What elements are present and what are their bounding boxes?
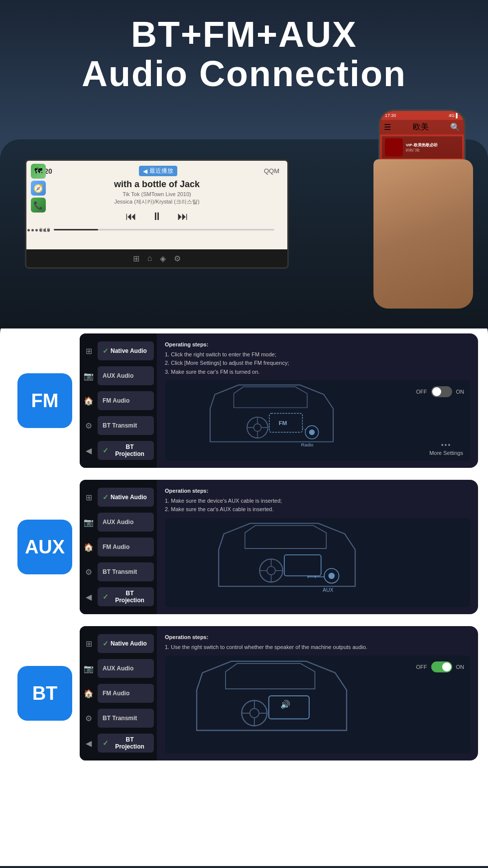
fm-card: FM ⊞ ✓ Native Audio 📷 AUX Audio	[10, 333, 478, 468]
aux-sidebar-icon-5: ◀	[80, 584, 98, 609]
app-dots	[27, 229, 50, 231]
aux-panel: ⊞ ✓ Native Audio 📷 AUX Audio 🏠 FM Audio	[80, 480, 478, 614]
bt-aux-audio-btn[interactable]: AUX Audio	[98, 659, 154, 678]
bt-toggle-switch[interactable]	[431, 661, 452, 672]
dashboard-wrapper: 🗺 🧭 📞 14	[0, 119, 488, 328]
fm-toggle-switch[interactable]	[431, 386, 452, 397]
phone-status-bar: 17:30 4G ▌	[380, 111, 464, 120]
aux-diagram: AUX	[165, 518, 470, 607]
phone-search-icon: 🔍	[450, 122, 460, 132]
bt-sidebar-icon-4: ⚙	[80, 706, 98, 731]
car-song-title: with a bottle of Jack	[34, 179, 279, 190]
svg-line-11	[302, 428, 305, 430]
aux-sidebar-icon-4: ⚙	[80, 559, 98, 584]
aux-card: AUX ⊞ ✓ Native Audio 📷 AUX Audio	[10, 480, 478, 614]
home-icon: ⌂	[147, 254, 152, 263]
svg-text:Radio: Radio	[301, 442, 313, 447]
bt-sidebar-icon-3: 🏠	[80, 681, 98, 706]
car-footer-icons: ⊞ ⌂ ◈ ⚙	[133, 254, 181, 263]
aux-bt-transmit-btn[interactable]: BT Transmit	[98, 562, 154, 581]
svg-point-13	[267, 566, 275, 575]
car-rewind-btn[interactable]: ⏮	[125, 210, 136, 223]
aux-bt-projection-btn[interactable]: ✓ BT Projection	[98, 587, 154, 606]
phone-hand	[373, 159, 473, 309]
car-progress: 0:10	[34, 227, 279, 233]
bt-badge-wrapper: BT	[10, 626, 80, 760]
fm-bt-transmit-btn[interactable]: BT Transmit	[98, 416, 154, 435]
fm-car-diagram-svg: FM Radio	[165, 380, 378, 461]
bt-toggle-knob	[442, 662, 451, 671]
bt-bt-projection-btn[interactable]: ✓ BT Projection	[98, 734, 154, 753]
fm-badge-wrapper: FM	[10, 333, 80, 468]
car-screen: 🗺 🧭 📞 14	[25, 159, 289, 269]
svg-point-26	[250, 709, 259, 718]
bt-fm-audio-btn[interactable]: FM Audio	[98, 684, 154, 703]
fm-more-settings[interactable]: ••• More Settings	[429, 441, 463, 456]
waze-icon: 🧭	[31, 181, 46, 196]
bt-bt-transmit-btn[interactable]: BT Transmit	[98, 709, 154, 728]
car-nav-btn[interactable]: ◀ 最近播放	[139, 166, 177, 176]
aux-sidebar-icon-1: ⊞	[80, 485, 98, 510]
fm-row-4: ⚙ BT Transmit	[80, 413, 157, 438]
fm-sidebar-icon-3: 🏠	[80, 388, 98, 413]
bt-sidebar-icon-5: ◀	[80, 731, 98, 756]
fm-instructions: Operating steps: 1. Click the right swit…	[165, 340, 470, 376]
maps-icon: 🗺	[31, 164, 46, 179]
bt-panel-right: Operation steps: 1. Use the right switch…	[157, 626, 478, 760]
svg-point-9	[309, 430, 315, 435]
aux-native-audio-btn[interactable]: ✓ Native Audio	[98, 488, 154, 507]
bt-toggle-row: OFF ON	[416, 661, 465, 672]
fm-sidebar-icon-5: ◀	[80, 438, 98, 463]
car-screen-footer: ⊞ ⌂ ◈ ⚙	[26, 249, 287, 267]
car-song-artist: Jessica (제시카)/Krystal (크리스탈)	[34, 198, 279, 206]
car-forward-btn[interactable]: ⏭	[177, 210, 188, 223]
bt-row-4: ⚙ BT Transmit	[80, 706, 157, 731]
fm-panel-left: ⊞ ✓ Native Audio 📷 AUX Audio 🏠	[80, 333, 157, 468]
fm-row-5: ◀ ✓ BT Projection	[80, 438, 157, 463]
fm-fm-audio-btn[interactable]: FM Audio	[98, 391, 154, 410]
svg-text:🔊: 🔊	[280, 699, 291, 710]
fm-row-1: ⊞ ✓ Native Audio	[80, 338, 157, 363]
bt-row-5: ◀ ✓ BT Projection	[80, 731, 157, 756]
aux-row-3: 🏠 FM Audio	[80, 535, 157, 559]
bt-native-audio-btn[interactable]: ✓ Native Audio	[98, 634, 154, 653]
car-pause-btn[interactable]: ⏸	[151, 210, 162, 223]
aux-aux-audio-btn[interactable]: AUX Audio	[98, 513, 154, 532]
car-progress-bar	[54, 229, 274, 230]
content-section: FM ⊞ ✓ Native Audio 📷 AUX Audio	[0, 319, 488, 866]
aux-fm-audio-btn[interactable]: FM Audio	[98, 538, 154, 556]
aux-sidebar-icon-3: 🏠	[80, 535, 98, 559]
bt-row-2: 📷 AUX Audio	[80, 656, 157, 681]
svg-point-20	[328, 572, 335, 579]
fm-sidebar-icon-2: 📷	[80, 363, 98, 388]
bt-sidebar-icon-1: ⊞	[80, 631, 98, 656]
aux-badge: AUX	[17, 520, 72, 574]
bt-card: BT ⊞ ✓ Native Audio 📷 AUX Audio	[10, 626, 478, 760]
aux-row-1: ⊞ ✓ Native Audio	[80, 485, 157, 510]
bt-instructions: Operation steps: 1. Use the right switch…	[165, 633, 470, 651]
svg-point-1	[253, 424, 261, 432]
fm-badge: FM	[17, 373, 72, 428]
aux-row-5: ◀ ✓ BT Projection	[80, 584, 157, 609]
car-app-sidebar: 🗺 🧭 📞	[29, 164, 47, 231]
bt-panel-left: ⊞ ✓ Native Audio 📷 AUX Audio 🏠 FM Audio	[80, 626, 157, 760]
fm-toggle-knob	[432, 387, 441, 396]
fm-sidebar-icon-1: ⊞	[80, 338, 98, 363]
aux-car-diagram-svg: AUX	[165, 518, 409, 607]
svg-text:AUX: AUX	[323, 586, 334, 592]
phone-header: ☰ 欧美 🔍	[380, 120, 464, 134]
grid-icon: ⊞	[133, 254, 139, 263]
phone-icon: 📞	[31, 198, 46, 213]
bt-car-diagram-svg: 🔊	[165, 655, 378, 754]
fm-native-audio-btn[interactable]: ✓ Native Audio	[98, 341, 154, 360]
bt-row-3: 🏠 FM Audio	[80, 681, 157, 706]
phone-menu-icon: ☰	[384, 122, 391, 132]
settings-icon: ⚙	[174, 254, 181, 263]
aux-instructions: Operation steps: 1. Make sure the device…	[165, 487, 470, 514]
phone-mockup: 17:30 4G ▌ ☰ 欧美 🔍 VIP-欧美热歌必听 的热门歌	[373, 109, 473, 299]
fm-aux-audio-btn[interactable]: AUX Audio	[98, 366, 154, 385]
fm-row-2: 📷 AUX Audio	[80, 363, 157, 388]
fm-bt-projection-btn[interactable]: ✓ BT Projection	[98, 441, 154, 460]
car-song-album: Tik Tok (SMTown Live 2010)	[34, 191, 279, 198]
fm-panel: ⊞ ✓ Native Audio 📷 AUX Audio 🏠	[80, 333, 478, 468]
